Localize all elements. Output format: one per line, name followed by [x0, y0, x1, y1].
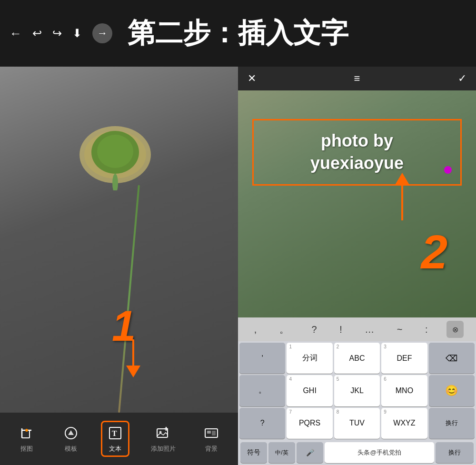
key-def[interactable]: 3 DEF: [381, 343, 427, 374]
text-label: 文本: [109, 445, 121, 453]
key-ellipsis[interactable]: …: [361, 322, 378, 337]
key-enter[interactable]: 换行: [429, 408, 475, 439]
svg-text:T: T: [112, 429, 117, 437]
key-wxyz[interactable]: 9 WXYZ: [381, 408, 427, 439]
key-pqrs[interactable]: 7 PQRS: [287, 408, 332, 439]
header-nav-left: ← ↩ ↪ ⬇ →: [10, 23, 112, 43]
close-icon[interactable]: ✕: [248, 72, 256, 85]
lotus-leaf: [77, 124, 153, 190]
text-overlay-content: photo byyuexiaoyue: [268, 130, 446, 175]
template-label: 模板: [65, 445, 77, 453]
svg-marker-6: [126, 366, 140, 377]
svg-marker-22: [395, 173, 409, 185]
key-comma[interactable]: ,: [250, 322, 261, 337]
key-lang[interactable]: 中/英: [268, 442, 295, 463]
back-icon[interactable]: ←: [10, 26, 22, 41]
arrow-down-1: [121, 339, 145, 379]
keyboard-row-1: ' 1 分词 2 ABC 3 DEF ⌫: [239, 343, 475, 374]
keyboard-area: , 。 ? ! … ~ : ⊗ ' 1 分词: [238, 317, 476, 465]
arrow-up-2: [390, 173, 414, 222]
right-top-bar: ✕ ≡ ✓: [238, 67, 476, 90]
space-label: 头条@手机党拍: [357, 448, 401, 457]
toolbar-item-add-photo[interactable]: 添加照片: [145, 421, 181, 457]
toolbar-item-template[interactable]: 模板: [57, 421, 85, 457]
svg-rect-19: [205, 429, 218, 437]
top-header: ← ↩ ↪ ⬇ → 第二步：插入文字: [0, 0, 476, 67]
crop-icon: [18, 425, 35, 442]
background-label: 背景: [205, 445, 218, 453]
add-photo-icon: [155, 425, 172, 442]
menu-icon[interactable]: ≡: [354, 72, 360, 85]
svg-rect-21: [212, 431, 216, 435]
toolbar-item-text[interactable]: T 文本: [101, 421, 129, 457]
svg-rect-20: [207, 431, 211, 434]
background-icon: [203, 425, 220, 442]
svg-point-10: [25, 429, 28, 432]
keyboard-bottom-bar: 符号 中/英 🎤 头条@手机党拍 换行: [238, 440, 476, 465]
text-icon: T: [107, 425, 124, 442]
cursor-dot: [444, 166, 452, 174]
crop-label: 抠图: [20, 445, 33, 453]
left-panel: 1 抠图: [0, 67, 238, 465]
toolbar-item-crop[interactable]: 抠图: [12, 421, 41, 457]
toolbar-item-background[interactable]: 背景: [197, 421, 226, 457]
key-enter-bottom[interactable]: 换行: [436, 442, 474, 463]
add-photo-label: 添加照片: [151, 445, 176, 453]
key-symbol[interactable]: 符号: [240, 442, 267, 463]
key-chinese-period[interactable]: 。: [239, 375, 285, 406]
key-mno[interactable]: 6 MNO: [381, 375, 427, 406]
key-tilde[interactable]: ~: [393, 322, 407, 337]
redo-icon[interactable]: ↪: [52, 27, 62, 40]
key-fenci[interactable]: 1 分词: [287, 343, 332, 374]
key-apostrophe[interactable]: ': [239, 343, 285, 374]
key-space[interactable]: 头条@手机党拍: [325, 442, 434, 463]
key-abc[interactable]: 2 ABC: [334, 343, 380, 374]
key-period[interactable]: 。: [276, 321, 293, 338]
key-jkl[interactable]: 5 JKL: [334, 375, 380, 406]
template-icon: [62, 425, 79, 442]
mic-label: 🎤: [306, 449, 314, 456]
main-content: 1 抠图: [0, 67, 476, 465]
keyboard-top-row: , 。 ? ! … ~ : ⊗: [238, 317, 476, 341]
key-colon[interactable]: :: [421, 322, 432, 337]
text-overlay-box[interactable]: photo byyuexiaoyue: [252, 119, 462, 186]
download-icon[interactable]: ⬇: [72, 27, 82, 40]
enter-label: 换行: [448, 448, 461, 457]
key-mic[interactable]: 🎤: [297, 442, 323, 463]
key-delete[interactable]: ⌫: [429, 343, 475, 374]
symbol-label: 符号: [247, 448, 260, 457]
annotation-2: 2: [421, 225, 447, 279]
svg-marker-12: [68, 430, 74, 435]
keyboard-row-3: ? 7 PQRS 8 TUV 9 WXYZ 换行: [239, 408, 475, 439]
keyboard-row-2: 。 4 GHI 5 JKL 6 MNO 😊: [239, 375, 475, 406]
right-image-area: photo byyuexiaoyue 2: [238, 90, 476, 317]
key-question[interactable]: ?: [307, 322, 320, 337]
bottom-toolbar: 抠图 模板 T 文本: [0, 413, 238, 465]
left-image-area: 1: [0, 67, 238, 413]
keyboard-rows: ' 1 分词 2 ABC 3 DEF ⌫: [238, 341, 476, 440]
svg-point-3: [97, 135, 133, 168]
key-exclaim[interactable]: !: [336, 322, 346, 337]
svg-rect-7: [22, 430, 30, 438]
key-tuv[interactable]: 8 TUV: [334, 408, 380, 439]
undo-icon[interactable]: ↩: [32, 27, 42, 40]
key-ghi[interactable]: 4 GHI: [287, 375, 332, 406]
check-icon[interactable]: ✓: [458, 72, 466, 85]
key-question2[interactable]: ?: [239, 408, 285, 439]
lang-label: 中/英: [275, 449, 288, 457]
right-panel: ✕ ≡ ✓ photo byyuexiaoyue 2: [238, 67, 476, 465]
key-emoji[interactable]: 😊: [429, 375, 475, 406]
next-button[interactable]: →: [92, 23, 112, 43]
keyboard-delete-top[interactable]: ⊗: [446, 321, 464, 338]
